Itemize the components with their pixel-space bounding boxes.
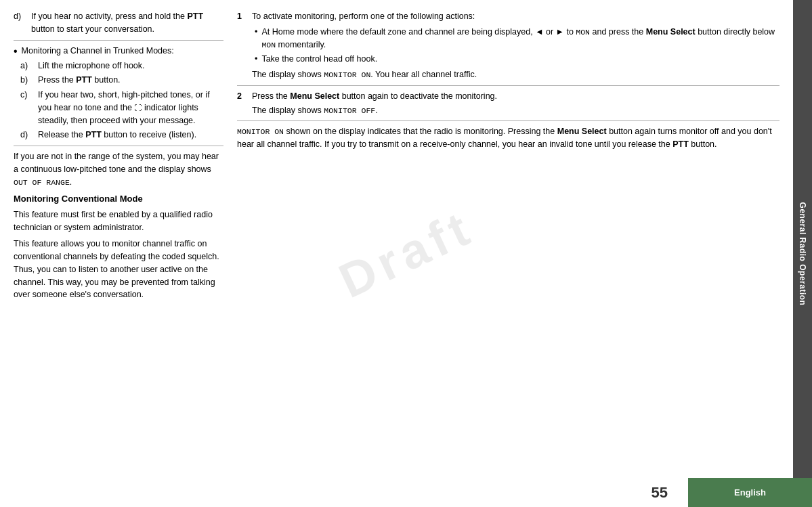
alpha-text-b: Press the PTT button. [38,74,121,87]
final-paragraph: MONITOR ON shown on the display indicate… [237,125,779,151]
num-label-1: 1 [237,10,247,81]
sidebar-label: General Radio Operation [798,202,807,305]
num-content-1: To activate monitoring, perform one of t… [252,10,779,81]
out-of-range-para: If you are not in the range of the syste… [14,150,223,188]
item-d-label: d) [14,10,27,36]
alpha-item-c: c) If you hear two, short, high-pitched … [20,89,223,127]
num-content-2: Press the Menu Select button again to de… [252,90,497,117]
num-label-2: 2 [237,90,247,117]
alpha-label-c: c) [20,89,34,127]
divider-3 [237,85,779,86]
paragraph-feature: This feature allows you to monitor chann… [14,238,223,301]
alpha-label-b: b) [20,74,34,87]
right-column: 1 To activate monitoring, perform one of… [237,7,779,500]
bullet-char-trunked: • [14,45,18,58]
sub-bullet-char-2: • [255,53,257,66]
item-d-ptt: d) If you hear no activity, press and ho… [14,10,223,36]
sub-bullet-char-1: • [255,26,257,51]
numbered-item-1: 1 To activate monitoring, perform one of… [237,10,779,81]
sidebar-vertical: General Radio Operation [793,0,812,507]
bullet-trunked-text: Monitoring a Channel in Trunked Modes: [22,45,174,58]
sub-bullet-home: • At Home mode where the default zone an… [255,26,779,51]
numbered-item-2: 2 Press the Menu Select button again to … [237,90,779,117]
alpha-item-d: d) Release the PTT button to receive (li… [20,129,223,141]
monitor-off-mono: MONITOR OFF [324,106,375,115]
num-2-display: The display shows MONITOR OFF. [252,104,497,117]
page-number-area: 55 [0,478,688,507]
alpha-item-b: b) Press the PTT button. [20,74,223,87]
english-label: English [734,487,766,498]
bullet-trunked: • Monitoring a Channel in Trunked Modes: [14,45,223,58]
num-2-text: Press the Menu Select button again to de… [252,90,497,103]
alpha-text-c: If you hear two, short, high-pitched ton… [38,89,223,127]
monitor-on-mono: MONITOR ON [324,70,370,79]
page-number: 55 [651,484,668,502]
sub-bullet-control-text: Take the control head off hook. [261,53,377,66]
sub-bullet-home-text: At Home mode where the default zone and … [261,26,779,51]
num-1-intro: To activate monitoring, perform one of t… [252,10,779,23]
indicator-icon: ⛶ [134,102,142,114]
alpha-label-a: a) [20,60,34,72]
divider-1 [14,40,223,41]
alpha-text-d: Release the PTT button to receive (liste… [38,129,196,141]
num-1-display: The display shows MONITOR ON. You hear a… [252,68,779,81]
divider-4 [237,120,779,121]
alpha-label-d: d) [20,129,34,141]
left-column: d) If you hear no activity, press and ho… [14,7,223,500]
divider-2 [14,146,223,146]
alpha-item-a: a) Lift the microphone off hook. [20,60,223,72]
monitoring-conventional-header: Monitoring Conventional Mode [14,192,223,206]
out-of-range-mono: OUT OF RANGE [14,178,70,187]
english-tab[interactable]: English [688,478,812,507]
item-d-text: If you hear no activity, press and hold … [31,10,223,36]
page-container: Draft d) If you hear no activity, press … [0,0,812,507]
main-content: d) If you hear no activity, press and ho… [0,0,793,507]
alpha-text-a: Lift the microphone off hook. [38,60,145,72]
sub-bullet-control: • Take the control head off hook. [255,53,779,66]
bottom-bar: 55 English [0,478,812,507]
alpha-list: a) Lift the microphone off hook. b) Pres… [20,60,223,142]
paragraph-qualified: This feature must first be enabled by a … [14,208,223,234]
